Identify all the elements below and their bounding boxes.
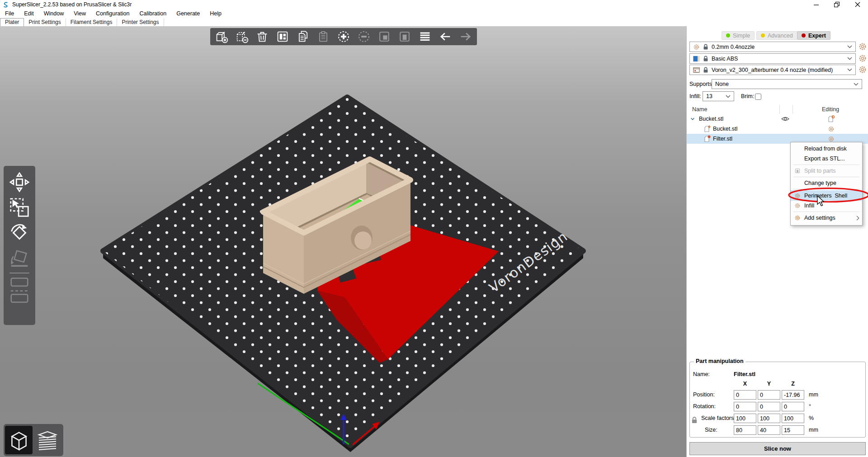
remove-instance-icon: [357, 30, 371, 43]
add-object-icon: [215, 30, 228, 43]
axis-x-header: X: [734, 381, 756, 387]
menu-edit[interactable]: Edit: [19, 9, 39, 18]
position-x-input[interactable]: [734, 390, 756, 400]
split-to-parts-button[interactable]: [397, 29, 412, 44]
menu-window[interactable]: Window: [39, 9, 69, 18]
slice-now-button[interactable]: Slice now: [689, 442, 866, 455]
position-z-input[interactable]: [782, 390, 804, 400]
mode-expert-label: Expert: [808, 33, 826, 39]
filament-preset-combo[interactable]: Basic ABS: [689, 53, 856, 64]
printer-preset-combo[interactable]: Voron_v2_300_afterburner 0.4 nozzle (mod…: [689, 65, 856, 75]
print-preset-combo[interactable]: 0.2mm 0.4nozzle: [689, 42, 856, 52]
position-y-input[interactable]: [758, 390, 780, 400]
3d-editor-view-button[interactable]: [5, 426, 33, 454]
menu-item-split-to-parts: Split to parts: [791, 166, 862, 176]
scale-tool-button[interactable]: [6, 195, 33, 220]
redo-icon: [459, 30, 472, 43]
tab-filament-settings[interactable]: Filament Settings: [66, 19, 118, 26]
infill-combo[interactable]: 13: [703, 91, 734, 101]
restore-button[interactable]: [826, 0, 847, 9]
arrange-icon: [276, 30, 289, 43]
arrange-button[interactable]: [275, 29, 290, 44]
place-on-face-tool-button[interactable]: [6, 245, 33, 271]
title-bar: SuperSlicer_2.2.53 based on PrusaSlicer …: [0, 0, 868, 9]
redo-button[interactable]: [458, 29, 473, 44]
copy-button[interactable]: [295, 29, 311, 44]
part-name: Bucket.stl: [713, 126, 737, 132]
object-settings-doc-icon[interactable]: [828, 115, 835, 122]
object-row-bucket[interactable]: Bucket.stl: [687, 114, 868, 124]
delete-all-button[interactable]: [255, 29, 270, 44]
eye-visible-icon[interactable]: [781, 116, 789, 122]
chevron-down-icon: [847, 68, 852, 71]
menu-item-reload-from-disk[interactable]: Reload from disk: [791, 144, 862, 154]
preview-view-button[interactable]: [33, 426, 61, 454]
edit-print-preset-button[interactable]: [859, 42, 867, 51]
remove-instance-button[interactable]: [356, 29, 372, 44]
add-object-button[interactable]: [214, 29, 229, 44]
submenu-arrow-icon: [855, 216, 859, 220]
simple-mode-dot-icon: [726, 33, 730, 38]
menu-configuration[interactable]: Configuration: [91, 9, 134, 18]
scale-x-input[interactable]: [734, 414, 756, 423]
pm-name-value: Filter.stl: [734, 371, 755, 377]
menu-item-perimeters-shell[interactable]: Perimeters Shell: [791, 190, 862, 201]
menu-item-add-settings[interactable]: Add settings: [791, 213, 862, 223]
edit-printer-preset-button[interactable]: [859, 66, 867, 74]
paste-icon: [316, 30, 330, 43]
mode-simple-label: Simple: [733, 33, 750, 39]
close-button[interactable]: [847, 0, 868, 9]
size-y-input[interactable]: [758, 425, 780, 435]
mode-simple-button[interactable]: Simple: [722, 31, 755, 40]
mode-expert-button[interactable]: Expert: [797, 31, 830, 40]
menu-calibration[interactable]: Calibration: [134, 9, 171, 18]
part-settings-gear-icon[interactable]: [828, 136, 835, 142]
scale-z-input[interactable]: [782, 414, 804, 423]
part-row-bucket[interactable]: Bucket.stl: [687, 124, 868, 134]
rotate-tool-button[interactable]: [6, 220, 33, 245]
menu-view[interactable]: View: [69, 9, 91, 18]
height-range-b-button[interactable]: [6, 290, 33, 304]
paste-button[interactable]: [316, 29, 331, 44]
menu-separator: [793, 165, 859, 165]
scale-icon: [8, 196, 31, 219]
move-icon: [8, 171, 31, 193]
supports-combo[interactable]: None: [712, 79, 862, 89]
edit-filament-preset-button[interactable]: [859, 54, 867, 62]
tab-printer-settings[interactable]: Printer Settings: [117, 19, 164, 26]
advanced-mode-dot-icon: [761, 33, 765, 38]
undo-button[interactable]: [438, 29, 453, 44]
object-name: Bucket.stl: [699, 116, 723, 122]
menu-item-infill[interactable]: Infill: [791, 201, 862, 211]
chevron-down-icon: [854, 83, 859, 86]
split-to-objects-button[interactable]: [377, 29, 392, 44]
brim-checkbox[interactable]: [755, 94, 761, 100]
tab-plater[interactable]: Plater: [0, 18, 24, 26]
filament-preset-value: Basic ABS: [712, 56, 844, 62]
minimize-button[interactable]: [806, 0, 826, 9]
size-x-input[interactable]: [734, 425, 756, 435]
menu-help[interactable]: Help: [205, 9, 226, 18]
part-settings-gear-icon[interactable]: [828, 126, 835, 132]
size-z-input[interactable]: [782, 425, 804, 435]
tab-print-settings[interactable]: Print Settings: [24, 19, 66, 26]
rotation-z-input[interactable]: [782, 402, 804, 411]
menu-item-export-as-stl[interactable]: Export as STL...: [791, 154, 862, 164]
rotation-y-input[interactable]: [758, 402, 780, 411]
add-instance-button[interactable]: [336, 29, 351, 44]
rotation-x-input[interactable]: [734, 402, 756, 411]
move-tool-button[interactable]: [6, 170, 33, 195]
menu-item-change-type[interactable]: Change type: [791, 178, 862, 188]
menu-file[interactable]: File: [0, 9, 19, 18]
remove-object-button[interactable]: [234, 29, 250, 44]
viewport-3d[interactable]: VoronDesign: [0, 26, 686, 457]
toolbar-top: [210, 28, 477, 45]
filament-color-swatch-icon: [693, 55, 700, 62]
mode-advanced-button[interactable]: Advanced: [756, 31, 797, 40]
tree-collapse-chevron-icon[interactable]: [690, 117, 695, 121]
scale-y-input[interactable]: [758, 414, 780, 423]
uniform-scale-lock-icon[interactable]: [691, 416, 698, 424]
menu-item-label: Infill: [804, 203, 814, 209]
menu-generate[interactable]: Generate: [171, 9, 205, 18]
variable-layer-height-button[interactable]: [417, 29, 433, 44]
